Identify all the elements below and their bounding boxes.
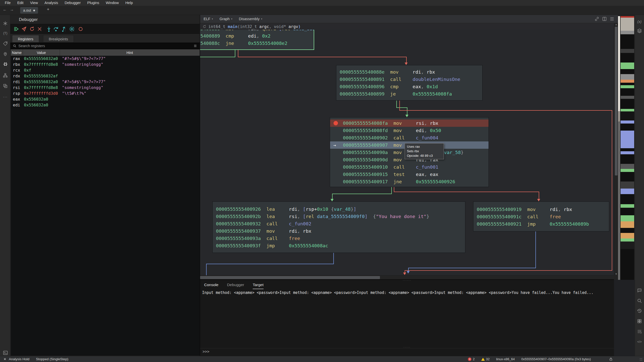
register-value[interactable]: 0x7fffffffd8e8 [24,85,58,91]
register-row-rbx[interactable]: rbx0x7fffffffd8e8"somestringlongg" [11,62,200,67]
block-88e[interactable]: 000055555540088e mov rdi, rbx00005555554… [336,65,482,101]
tab-breakpoints[interactable]: Breakpoints [43,35,74,43]
record-button[interactable] [78,26,84,32]
disasm-line[interactable]: 000055555540088c jne 0x5555554008e2 [200,40,314,47]
block-top[interactable]: 0000555555400886 mov rbx, qword [rel dat… [200,30,314,50]
disasm-line[interactable]: 00005555554008fa mov rsi, rbx [330,119,489,127]
console-prompt[interactable]: >>> [203,349,209,354]
disasm-line[interactable]: 000055555540093a call free [213,235,465,242]
menu-debugger[interactable]: Debugger [61,0,84,6]
chat-icon[interactable] [637,288,642,293]
menu-file[interactable]: File [2,0,14,6]
register-row-rdx[interactable]: rdx0x5555556032af [11,73,200,79]
register-value[interactable]: 0x5555556032af [24,73,58,79]
bug-icon[interactable] [2,61,8,67]
analysis-hold-icon[interactable] [4,358,6,360]
register-value[interactable]: 0x7fffffffd3d0 [24,91,58,96]
document-tab[interactable]: a.out [20,7,38,14]
layers-icon[interactable] [637,28,642,34]
console-resize-handle[interactable]: ······ [403,279,411,281]
scrollbar-thumb[interactable] [615,27,618,175]
disasm-line[interactable]: 000055555540088e mov rdi, rbx [336,68,482,76]
search-menu-icon[interactable] [194,44,197,48]
analysis-status[interactable]: Analysis Hold [9,357,29,361]
view-menu-icon[interactable] [609,16,615,21]
history-icon[interactable] [637,308,642,314]
disasm-line[interactable]: 0000555555400910 call c_fun001 [330,163,489,171]
register-row-rdi[interactable]: rdi0x5555556032a0"#?=5#$\"9>7<?>77" [11,79,200,85]
disasm-line[interactable]: 000055555540091c call free [473,213,609,220]
block-926[interactable]: 0000555555400926 lea rdi, [rsp+0x10 {var… [212,201,465,253]
tab-registers[interactable]: Registers [12,35,39,43]
type-icon[interactable]: {T} [2,30,8,36]
disasm-line[interactable]: 000055555540093f jmp 0x5555554008ac [213,242,465,249]
resume-button[interactable] [13,26,19,32]
menu-edit[interactable]: Edit [14,0,27,6]
terminal-icon[interactable] [2,350,8,356]
asterisk-icon[interactable] [2,20,8,26]
menu-plugins[interactable]: Plugins [84,0,103,6]
disasm-line[interactable]: 000055555540092b lea rsi, [rel data_5555… [213,213,465,220]
console-tab-debugger[interactable]: Debugger [227,281,244,289]
disasm-line[interactable]: 0000555555400937 mov rdi, rbx [213,227,465,235]
console-prompt-row[interactable]: >>> [200,348,614,355]
disasm-line[interactable]: 0000555555400932 call c_fun002 [213,220,465,227]
disasm-line[interactable]: 0000555555400902 call c_fun004 [330,134,489,141]
step-return-button[interactable] [60,26,67,32]
restart-button[interactable] [29,26,35,32]
register-row-rcx[interactable]: rcx0xf [11,67,200,73]
feature-map[interactable] [621,16,634,280]
menu-analysis[interactable]: Analysis [41,0,61,6]
code-icon[interactable]: </> [637,339,642,345]
error-count[interactable]: ✕2 [468,357,474,361]
nav-forward-icon[interactable]: → [9,7,15,12]
step-into-button[interactable] [46,26,52,32]
register-value[interactable]: 0xf [24,67,31,73]
disasm-line[interactable]: 0000555555400917 jne 0x555555400926 [330,178,489,185]
ellipsis-icon[interactable]: ··· [2,94,8,100]
window-resize-grip[interactable] [639,358,642,361]
disasm-line[interactable]: 0000555555400899 je 0x5555554008fa [336,90,482,98]
grid-icon[interactable] [637,318,642,324]
register-value[interactable]: 0x556032a0 [24,102,48,108]
split-view-icon[interactable] [602,16,607,21]
register-value[interactable]: 0x556032a0 [24,96,48,102]
disasm-line[interactable]: 00005555554008fd mov edi, 0x50 [330,127,489,134]
console-tab-target[interactable]: Target [253,281,264,289]
block-919[interactable]: 0000555555400919 mov rdi, rbx00005555554… [473,201,609,231]
view-menu-disassembly[interactable]: Disassembly▾ [239,17,262,21]
column-header-hint[interactable]: Hint [60,49,200,56]
column-header-value[interactable]: Value [23,49,60,56]
menu-window[interactable]: Window [103,0,122,6]
breakpoint-icon[interactable] [334,121,338,125]
nav-back-icon[interactable]: ← [2,7,8,12]
windows-icon[interactable] [2,83,8,89]
register-row-rsi[interactable]: rsi0x7fffffffd8e8"somestringlongg" [11,85,200,91]
column-header-name[interactable]: Name [11,49,23,56]
register-search-row[interactable]: Search registers [10,43,200,49]
register-row-eax[interactable]: eax0x556032a0 [11,96,200,102]
view-menu-graph[interactable]: Graph▾ [219,17,232,21]
register-row-rsp[interactable]: rsp0x7fffffffd3d0"\t5#\t?%" [11,91,200,96]
register-value[interactable]: 0x5555556032a0 [24,79,58,85]
step-over-button[interactable] [53,26,59,32]
disasm-line[interactable]: 0000555555400919 mov rdi, rbx [473,206,609,213]
register-row-rax[interactable]: rax0x5555556032a0"#?=5#$\"9>7<?>77" [11,56,200,62]
launch-button[interactable] [21,26,27,32]
menu-help[interactable]: Help [122,0,136,6]
lock-icon[interactable] [609,357,613,361]
disasm-line[interactable]: 0000555555400891 call doubleLenMinusOne [336,76,482,83]
register-value[interactable]: 0x5555556032a0 [24,56,58,62]
scrollbar-thumb[interactable] [200,276,380,279]
scroll-down-icon[interactable]: ▼ [615,273,617,275]
disasm-line[interactable]: 0000555555400889 cmp edi, 0x2 [200,32,314,40]
disasm-line[interactable]: 0000555555400896 cmp eax, 0x1d [336,83,482,90]
register-row-edi[interactable]: edi0x556032a0 [11,102,200,108]
tag-icon[interactable] [2,41,8,47]
disasm-line[interactable]: 0000555555400926 lea rdi, [rsp+0x10 {var… [213,205,465,213]
variables-icon[interactable]: (x) [637,19,642,24]
graph-vertical-scrollbar[interactable]: ▲ ▼ [614,23,618,275]
register-search-input[interactable]: Search registers [18,44,45,48]
view-menu-elf[interactable]: ELF▾ [204,17,213,21]
stop-button[interactable] [37,26,43,32]
